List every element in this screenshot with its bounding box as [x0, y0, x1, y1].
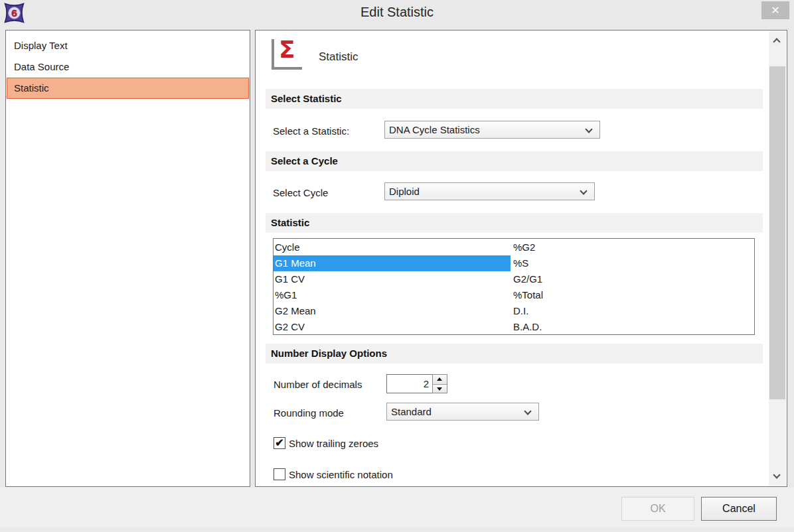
number-of-decimals-label: Number of decimals: [274, 379, 362, 390]
section-heading-number-display: Number Display Options: [266, 344, 763, 364]
list-item-bad[interactable]: B.A.D.: [512, 319, 542, 335]
spinner-up-button[interactable]: [433, 375, 447, 384]
show-trailing-zeroes-checkbox[interactable]: ✔: [274, 437, 285, 449]
chevron-down-icon: [773, 471, 780, 478]
ok-button[interactable]: OK: [621, 497, 694, 521]
scrollbar-thumb[interactable]: [769, 66, 785, 399]
decimals-input[interactable]: 2: [386, 374, 433, 393]
show-trailing-zeroes-label: Show trailing zeroes: [289, 438, 378, 449]
arrow-up-icon: [437, 377, 442, 381]
decimals-spinner: 2: [386, 374, 447, 393]
chevron-up-icon: [773, 38, 780, 45]
settings-category-list: Display Text Data Source Statistic: [5, 30, 250, 487]
list-item-pct-total[interactable]: %Total: [512, 287, 543, 303]
list-item-g2-mean[interactable]: G2 Mean: [274, 303, 511, 319]
list-item-pct-s[interactable]: %S: [512, 255, 528, 271]
list-row: G2 Mean D.I.: [274, 303, 754, 319]
spinner-buttons: [432, 374, 447, 393]
select-cycle-label: Select Cycle: [273, 187, 328, 198]
list-row: G1 Mean %S: [274, 255, 754, 271]
list-item-g1-cv[interactable]: G1 CV: [274, 271, 511, 287]
chevron-down-icon: [524, 407, 531, 415]
list-item-pct-g1[interactable]: %G1: [274, 287, 511, 303]
list-row: Cycle %G2: [274, 239, 754, 255]
chevron-down-icon: [580, 187, 587, 194]
spinner-down-button[interactable]: [433, 384, 447, 393]
statistic-type-dropdown[interactable]: DNA Cycle Statistics: [384, 121, 600, 139]
vertical-scrollbar[interactable]: [769, 31, 786, 486]
close-icon: ✕: [771, 5, 779, 16]
cycle-dropdown[interactable]: Diploid: [384, 182, 595, 200]
show-scientific-notation-label: Show scientific notation: [289, 469, 393, 480]
chevron-down-icon: [585, 125, 592, 133]
statistic-settings-panel: Σ Statistic Select Statistic Select a St…: [255, 30, 787, 487]
section-heading-select-cycle: Select a Cycle: [266, 151, 763, 171]
scroll-down-button[interactable]: [769, 467, 786, 486]
cancel-button[interactable]: Cancel: [701, 497, 777, 521]
scroll-up-button[interactable]: [769, 31, 786, 50]
rounding-mode-value: Standard: [391, 406, 432, 417]
statistic-listbox: Cycle %G2 G1 Mean %S G1 CV G2/G1 %G1 %To…: [273, 238, 755, 335]
cycle-value: Diploid: [389, 186, 420, 197]
rounding-mode-dropdown[interactable]: Standard: [386, 403, 539, 421]
section-heading-statistic: Statistic: [266, 213, 763, 233]
dialog-footer: OK Cancel: [0, 488, 794, 527]
list-item-g2-g1[interactable]: G2/G1: [512, 271, 542, 287]
select-statistic-label: Select a Statistic:: [273, 125, 349, 137]
statistic-type-value: DNA Cycle Statistics: [389, 124, 480, 135]
dialog-title: Edit Statistic: [0, 5, 794, 20]
list-item-g2-cv[interactable]: G2 CV: [274, 319, 511, 335]
list-row: G1 CV G2/G1: [274, 271, 754, 287]
list-row: G2 CV B.A.D.: [274, 319, 754, 335]
sidebar-item-data-source[interactable]: Data Source: [7, 56, 249, 78]
list-item-cycle[interactable]: Cycle: [274, 239, 511, 255]
panel-title: Statistic: [319, 50, 358, 64]
sigma-icon: Σ: [272, 39, 302, 70]
list-item-pct-g2[interactable]: %G2: [512, 239, 535, 255]
close-button[interactable]: ✕: [761, 1, 789, 19]
sidebar-item-display-text[interactable]: Display Text: [7, 35, 249, 56]
list-item-di[interactable]: D.I.: [512, 303, 528, 319]
list-item-g1-mean-selected[interactable]: G1 Mean: [274, 255, 511, 271]
section-heading-select-statistic: Select Statistic: [266, 89, 763, 109]
rounding-mode-label: Rounding mode: [274, 407, 344, 419]
arrow-down-icon: [437, 387, 442, 391]
list-row: %G1 %Total: [274, 287, 754, 303]
checkmark-icon: ✔: [274, 438, 285, 448]
show-scientific-notation-checkbox[interactable]: ✔: [274, 468, 285, 480]
title-bar: 6 Edit Statistic ✕: [0, 0, 794, 27]
sidebar-item-statistic[interactable]: Statistic: [7, 78, 249, 99]
